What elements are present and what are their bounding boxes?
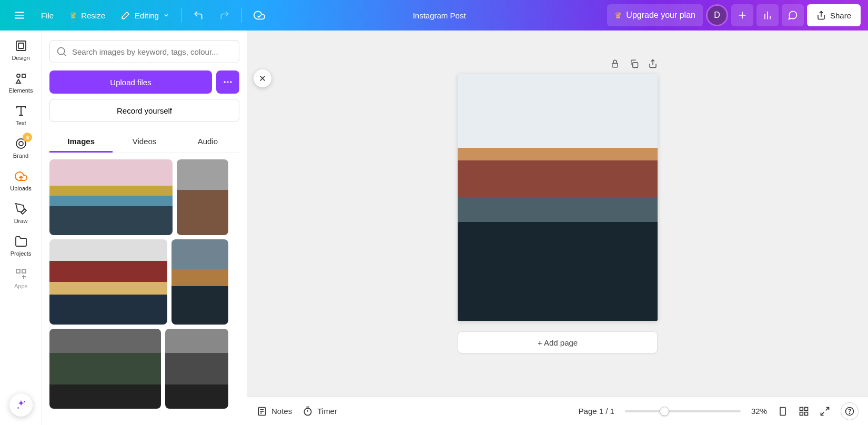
upload-thumb[interactable] <box>49 239 167 325</box>
upgrade-plan-button[interactable]: ♛ Upgrade your plan <box>607 4 703 26</box>
text-icon <box>14 104 28 118</box>
magic-button[interactable] <box>9 393 33 417</box>
lock-icon <box>610 59 620 68</box>
timer-button[interactable]: Timer <box>302 406 337 417</box>
uploads-icon <box>14 169 28 183</box>
export-page-button[interactable] <box>648 59 658 70</box>
lock-page-button[interactable] <box>610 59 620 70</box>
close-panel-button[interactable] <box>254 69 271 87</box>
help-icon <box>845 407 854 416</box>
projects-icon <box>14 235 28 248</box>
upload-thumb[interactable] <box>49 159 173 235</box>
rail-label: Apps <box>14 283 27 289</box>
editing-label: Editing <box>135 11 159 20</box>
upload-options-button[interactable] <box>216 70 239 94</box>
rail-brand[interactable]: ♛ Brand <box>0 137 42 159</box>
rail-uploads[interactable]: Uploads <box>0 169 42 191</box>
doc-title[interactable]: Instagram Post <box>407 4 472 26</box>
tab-videos[interactable]: Videos <box>113 131 176 153</box>
editing-mode-button[interactable]: Editing <box>115 4 176 26</box>
more-icon <box>223 77 233 87</box>
rail-text[interactable]: Text <box>0 104 42 126</box>
upload-thumb[interactable] <box>177 159 228 235</box>
cloud-status[interactable] <box>247 4 271 26</box>
rail-label: Projects <box>11 250 32 257</box>
upload-thumb[interactable] <box>171 239 228 325</box>
design-icon <box>14 39 28 53</box>
svg-point-11 <box>17 74 20 77</box>
redo-button[interactable] <box>213 4 236 26</box>
fullscreen-button[interactable] <box>820 406 830 417</box>
crown-icon: ♛ <box>69 11 77 21</box>
svg-point-50 <box>849 413 850 413</box>
app-header: File ♛ Resize Editing Instagram Post ♛ U… <box>0 0 868 31</box>
zoom-slider[interactable] <box>625 410 741 412</box>
svg-rect-44 <box>805 407 808 410</box>
canvas-stage: + Add page <box>247 31 868 397</box>
uploads-gallery <box>49 159 239 425</box>
rail-apps[interactable]: Apps <box>0 267 42 289</box>
timer-label: Timer <box>317 407 337 416</box>
separator <box>241 8 242 23</box>
tab-audio[interactable]: Audio <box>176 131 239 153</box>
svg-rect-20 <box>22 269 26 273</box>
canvas-page[interactable] <box>458 74 658 321</box>
upload-thumb[interactable] <box>49 329 161 409</box>
zoom-level[interactable]: 32% <box>751 407 767 416</box>
rail-projects[interactable]: Projects <box>0 235 42 257</box>
duplicate-page-button[interactable] <box>629 59 639 70</box>
export-icon <box>648 59 658 68</box>
rail-label: Uploads <box>10 185 31 191</box>
svg-point-28 <box>227 81 228 83</box>
notes-button[interactable]: Notes <box>257 406 292 417</box>
resize-label: Resize <box>81 11 105 20</box>
separator <box>181 8 181 23</box>
svg-rect-42 <box>780 407 785 415</box>
grid-view-button[interactable] <box>799 406 809 417</box>
svg-point-39 <box>305 408 311 415</box>
hamburger-menu[interactable] <box>7 4 32 26</box>
file-menu[interactable]: File <box>35 4 60 26</box>
rail-elements[interactable]: Elements <box>0 72 42 94</box>
zoom-slider-thumb[interactable] <box>660 407 669 416</box>
search-bar[interactable] <box>49 40 239 63</box>
comments-button[interactable] <box>782 4 804 26</box>
undo-button[interactable] <box>187 4 210 26</box>
svg-rect-43 <box>800 407 803 410</box>
plus-icon <box>737 10 748 21</box>
close-icon <box>258 74 267 83</box>
resize-button[interactable]: ♛ Resize <box>63 4 112 26</box>
add-member-button[interactable] <box>731 4 753 26</box>
tab-images[interactable]: Images <box>49 131 113 153</box>
record-yourself-button[interactable]: Record yourself <box>49 99 239 122</box>
svg-point-29 <box>230 81 231 83</box>
help-button[interactable] <box>841 402 859 420</box>
search-icon <box>56 46 67 57</box>
wand-icon <box>121 11 130 20</box>
rail-label: Draw <box>14 218 28 224</box>
page-view-button[interactable] <box>778 406 788 417</box>
upload-thumb[interactable] <box>165 329 228 409</box>
rail-label: Brand <box>13 153 28 159</box>
timer-icon <box>302 406 313 417</box>
share-icon <box>816 11 826 20</box>
upload-files-button[interactable]: Upload files <box>49 70 212 94</box>
svg-line-26 <box>64 54 66 56</box>
page-view-icon <box>778 406 788 417</box>
redo-icon <box>219 10 230 21</box>
page-indicator[interactable]: Page 1 / 1 <box>579 407 614 416</box>
add-page-button[interactable]: + Add page <box>458 331 658 353</box>
analytics-button[interactable] <box>756 4 779 26</box>
duplicate-icon <box>629 59 639 68</box>
share-button[interactable]: Share <box>807 4 861 26</box>
user-avatar[interactable]: D <box>706 4 728 26</box>
rail-draw[interactable]: Draw <box>0 202 42 224</box>
sparkle-icon <box>15 399 27 411</box>
upgrade-label: Upgrade your plan <box>626 11 695 20</box>
svg-rect-46 <box>805 412 808 415</box>
svg-rect-19 <box>16 269 20 273</box>
svg-marker-13 <box>16 79 21 83</box>
search-input[interactable] <box>72 47 233 56</box>
draw-icon <box>14 202 28 216</box>
rail-design[interactable]: Design <box>0 39 42 61</box>
